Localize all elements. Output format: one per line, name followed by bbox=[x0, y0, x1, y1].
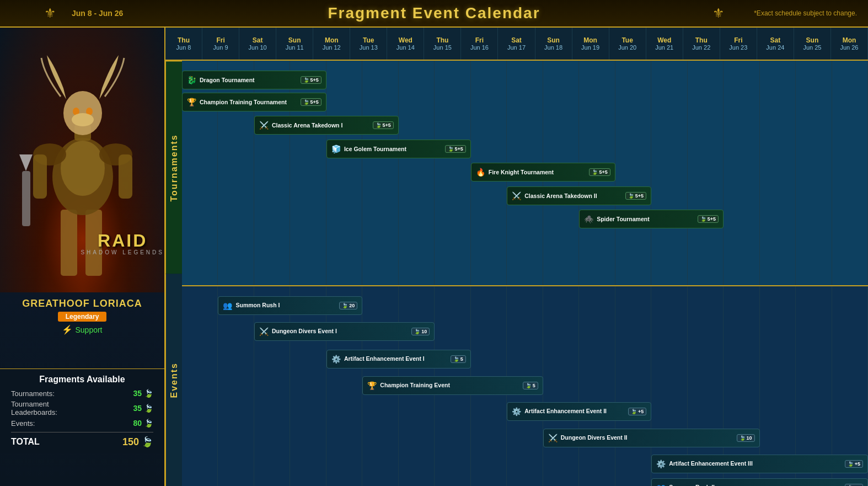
ornament-left-icon: ⚜ bbox=[44, 6, 56, 21]
svg-point-4 bbox=[61, 141, 105, 196]
badge-num-6: 5+5 bbox=[708, 216, 716, 222]
event-name-2: Classic Arena Takedown I bbox=[272, 122, 369, 129]
event-badge-2: 🍃5+5 bbox=[373, 121, 394, 129]
page-title: Fragment Event Calendar bbox=[328, 4, 540, 22]
badge-leaf-icon-5: 🍃 bbox=[740, 435, 746, 441]
badge-num-1: 10 bbox=[421, 329, 427, 334]
date-cell-7: ThuJun 15 bbox=[424, 28, 461, 60]
date-date-16: Jun 24 bbox=[766, 44, 784, 51]
badge-leaf-icon-4: 🍃 bbox=[592, 169, 598, 175]
total-value: 150 🍃 bbox=[122, 436, 153, 448]
badge-num-5: 10 bbox=[747, 435, 752, 441]
badge-leaf-icon-5: 🍃 bbox=[628, 193, 634, 199]
date-date-14: Jun 22 bbox=[692, 44, 710, 51]
date-date-10: Jun 18 bbox=[544, 44, 562, 51]
section-labels: Tournaments Events bbox=[165, 61, 182, 486]
event-bar-5: ⚔️Dungeon Divers Event II🍃10 bbox=[543, 429, 760, 447]
date-cell-12: TueJun 20 bbox=[609, 28, 646, 60]
date-header: ThuJun 8FriJun 9SatJun 10SunJun 11MonJun… bbox=[165, 28, 868, 61]
event-icon-1: 🏆 bbox=[187, 98, 196, 106]
fragments-title: Fragments Available bbox=[11, 375, 153, 384]
event-bar-0: 👥Summon Rush I🍃20 bbox=[218, 296, 362, 315]
date-day-14: Thu bbox=[695, 36, 708, 44]
event-badge-2: 🍃5 bbox=[451, 355, 466, 363]
event-name-5: Classic Arena Takedown II bbox=[524, 193, 622, 200]
event-icon-6: ⚙️ bbox=[656, 460, 666, 468]
svg-point-13 bbox=[72, 113, 94, 126]
date-day-10: Sun bbox=[547, 36, 560, 44]
event-name-2: Artifact Enhancement Event I bbox=[344, 355, 447, 362]
event-icon-2: ⚔️ bbox=[259, 121, 269, 130]
date-day-15: Fri bbox=[734, 36, 742, 44]
tournament-section: 🐉Dragon Tournament🍃5+5🏆Champion Training… bbox=[182, 61, 868, 286]
date-cell-18: MonJun 26 bbox=[831, 28, 868, 60]
badge-num-2: 5 bbox=[460, 356, 463, 362]
date-day-16: Sat bbox=[770, 36, 781, 44]
event-badge-5: 🍃10 bbox=[737, 434, 755, 442]
character-role: ⚡ Support bbox=[22, 324, 142, 335]
sidebar: GREATHOOF LORIACA Legendary ⚡ Support RA… bbox=[0, 28, 165, 486]
event-badge-6: 🍃+5 bbox=[845, 460, 863, 468]
fragment-label-tournaments: Tournaments: bbox=[11, 389, 55, 398]
date-cell-10: SunJun 18 bbox=[535, 28, 572, 60]
badge-num-2: 5+5 bbox=[383, 122, 391, 128]
fragment-leaf-icon-2: 🍃 bbox=[144, 404, 153, 413]
event-name-6: Artifact Enhancement Event III bbox=[669, 460, 842, 467]
event-badge-4: 🍃+5 bbox=[628, 408, 646, 415]
date-cell-5: TueJun 13 bbox=[350, 28, 387, 60]
date-day-7: Thu bbox=[436, 36, 448, 44]
event-icon-0: 👥 bbox=[223, 301, 232, 310]
date-cell-15: FriJun 23 bbox=[720, 28, 757, 60]
event-bar-2: ⚙️Artifact Enhancement Event I🍃5 bbox=[326, 350, 471, 368]
date-date-18: Jun 26 bbox=[840, 44, 858, 51]
event-bar-1: 🏆Champion Training Tournament🍃5+5 bbox=[182, 93, 326, 111]
date-date-3: Jun 11 bbox=[286, 44, 304, 51]
calendar-content: Tournaments Events 🐉Dragon Tournament🍃5+… bbox=[165, 61, 868, 486]
event-bar-2: ⚔️Classic Arena Takedown I🍃5+5 bbox=[254, 116, 399, 135]
event-name-5: Dungeon Divers Event II bbox=[561, 434, 733, 441]
badge-num-3: 5 bbox=[533, 383, 535, 388]
badge-num-4: 5+5 bbox=[599, 169, 607, 175]
event-name-0: Dragon Tournament bbox=[200, 77, 297, 84]
event-bar-1: ⚔️Dungeon Divers Event I🍃10 bbox=[254, 322, 435, 341]
date-day-11: Mon bbox=[583, 36, 597, 44]
badge-num-0: 5+5 bbox=[310, 77, 319, 83]
fragment-value-leaderboards: 35 🍃 bbox=[133, 404, 153, 413]
svg-rect-8 bbox=[119, 154, 132, 199]
calendar-area: ThuJun 8FriJun 9SatJun 10SunJun 11MonJun… bbox=[165, 28, 868, 486]
badge-leaf-icon-6: 🍃 bbox=[848, 461, 854, 467]
badge-num-5: 5+5 bbox=[635, 193, 644, 199]
event-bar-4: 🔥Fire Knight Tournament🍃5+5 bbox=[471, 163, 615, 181]
date-date-11: Jun 19 bbox=[581, 44, 599, 51]
badge-num-1: 5+5 bbox=[310, 99, 319, 105]
date-cell-13: WedJun 21 bbox=[646, 28, 683, 60]
event-icon-2: ⚙️ bbox=[331, 355, 341, 364]
date-date-7: Jun 15 bbox=[433, 44, 452, 51]
event-name-0: Summon Rush I bbox=[235, 302, 336, 309]
date-date-1: Jun 9 bbox=[213, 44, 228, 51]
badge-leaf-icon-1: 🍃 bbox=[303, 99, 309, 105]
badge-leaf-icon-3: 🍃 bbox=[526, 383, 532, 388]
event-bar-0: 🐉Dragon Tournament🍃5+5 bbox=[182, 71, 326, 89]
date-cell-14: ThuJun 22 bbox=[683, 28, 720, 60]
fragment-leaf-icon-1: 🍃 bbox=[144, 389, 153, 398]
character-rarity: Legendary bbox=[58, 312, 107, 322]
main-container: ⚜ Jun 8 - Jun 26 Fragment Event Calendar… bbox=[0, 0, 868, 486]
page-header: ⚜ Jun 8 - Jun 26 Fragment Event Calendar… bbox=[0, 0, 868, 28]
event-bar-4: ⚙️Artifact Enhancement Event II🍃+5 bbox=[507, 402, 651, 421]
event-name-4: Artifact Enhancement Event II bbox=[524, 408, 625, 415]
event-badge-6: 🍃5+5 bbox=[698, 215, 719, 223]
badge-num-3: 5+5 bbox=[455, 146, 463, 152]
event-icon-6: 🕷️ bbox=[584, 215, 593, 223]
shadow-legends-text: SHADOW LEGENDS bbox=[81, 249, 164, 255]
event-icon-5: ⚔️ bbox=[512, 191, 521, 200]
event-icon-1: ⚔️ bbox=[259, 327, 269, 336]
badge-num-6: +5 bbox=[855, 461, 860, 467]
event-name-4: Fire Knight Tournament bbox=[489, 169, 586, 176]
date-cell-6: WedJun 14 bbox=[387, 28, 424, 60]
event-icon-4: ⚙️ bbox=[512, 407, 521, 416]
badge-leaf-icon-6: 🍃 bbox=[700, 216, 706, 222]
fragment-label-leaderboards: TournamentLeaderboards: bbox=[11, 400, 57, 416]
date-day-13: Wed bbox=[657, 36, 671, 44]
fragment-row-tournaments: Tournaments: 35 🍃 bbox=[11, 389, 153, 398]
